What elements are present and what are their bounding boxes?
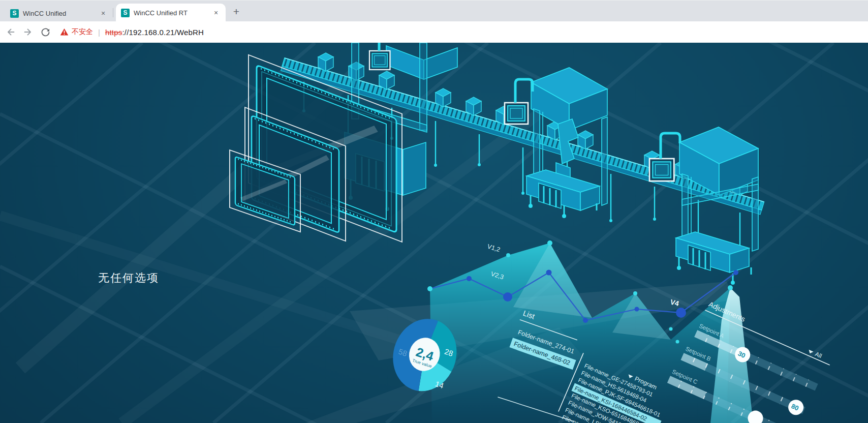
close-icon[interactable]: × <box>211 8 221 17</box>
address-divider: | <box>98 28 100 37</box>
tab-title: WinCC Unified RT <box>134 9 207 17</box>
siemens-favicon-icon: S <box>10 9 19 18</box>
new-tab-button[interactable]: + <box>230 6 243 19</box>
tab-wincc-unified-rt[interactable]: S WinCC Unified RT × <box>116 4 226 22</box>
hanging-monitor-icon <box>649 159 674 181</box>
security-warning-label: 不安全 <box>72 27 93 37</box>
industrial-illustration: V1,2 V2,3 V4 58 28 14 2,4 True value Lis… <box>0 43 868 423</box>
browser-window: S WinCC Unified × S WinCC Unified RT × +… <box>0 0 868 423</box>
series-label-v12: V1,2 <box>486 243 501 253</box>
hanging-monitor-icon <box>369 51 390 70</box>
forward-icon[interactable] <box>21 25 35 39</box>
address-bar[interactable]: 不安全 | https://192.168.0.21/WebRH <box>60 27 204 37</box>
url-rest: ://192.168.0.21/WebRH <box>122 28 204 37</box>
tab-strip: S WinCC Unified × S WinCC Unified RT × + <box>0 0 868 22</box>
tab-separator <box>113 8 113 17</box>
no-options-message: 无任何选项 <box>98 270 159 286</box>
tab-title: WinCC Unified <box>23 10 95 17</box>
close-icon[interactable]: × <box>99 9 108 18</box>
reload-icon[interactable] <box>39 25 52 39</box>
hanging-monitor-icon <box>505 103 528 124</box>
page-content: V1,2 V2,3 V4 58 28 14 2,4 True value Lis… <box>0 43 868 423</box>
browser-toolbar: 不安全 | https://192.168.0.21/WebRH <box>0 21 868 43</box>
url-text: https://192.168.0.21/WebRH <box>105 28 204 37</box>
back-icon[interactable] <box>4 25 17 39</box>
machine-station-robot <box>526 68 607 218</box>
url-scheme: https <box>105 28 122 37</box>
tab-wincc-unified[interactable]: S WinCC Unified × <box>5 5 113 22</box>
siemens-favicon-icon: S <box>121 9 130 17</box>
warning-icon <box>60 28 69 36</box>
monitor-pipe <box>515 79 533 103</box>
